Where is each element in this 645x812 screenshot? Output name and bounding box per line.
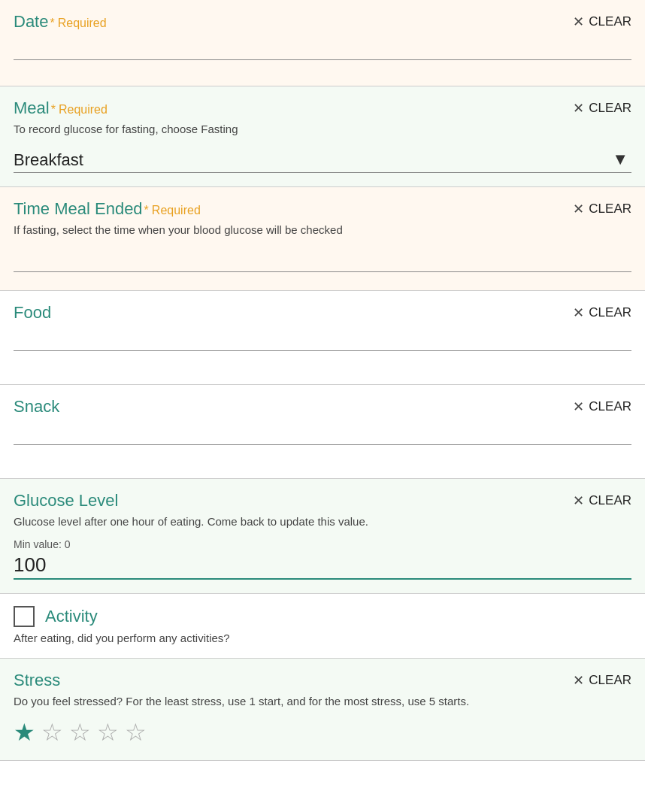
- date-required-label: Required: [58, 17, 107, 29]
- stress-star-2[interactable]: ☆: [41, 718, 63, 747]
- glucose-level-clear-x-icon: ✕: [573, 492, 584, 509]
- food-clear-button[interactable]: ✕ CLEAR: [573, 303, 631, 321]
- stress-clear-x-icon: ✕: [573, 672, 584, 689]
- glucose-level-title: Glucose Level: [14, 491, 118, 510]
- stress-star-4[interactable]: ☆: [97, 718, 119, 747]
- stress-title: Stress: [14, 671, 60, 689]
- food-input[interactable]: [14, 326, 631, 351]
- snack-clear-button[interactable]: ✕ CLEAR: [573, 397, 631, 415]
- stress-clear-label: CLEAR: [589, 673, 631, 688]
- meal-select[interactable]: Breakfast Lunch Dinner Snack Fasting: [14, 146, 631, 173]
- glucose-value-display: 100: [14, 553, 631, 577]
- time-meal-ended-header: Time Meal Ended*Required ✕ CLEAR: [14, 199, 631, 219]
- stress-star-5[interactable]: ☆: [125, 718, 147, 747]
- glucose-underline: [14, 578, 631, 580]
- activity-subtitle: After eating, did you perform any activi…: [14, 632, 631, 644]
- meal-clear-button[interactable]: ✕ CLEAR: [573, 98, 631, 117]
- glucose-level-clear-button[interactable]: ✕ CLEAR: [573, 491, 631, 509]
- snack-title-group: Snack: [14, 397, 59, 417]
- stress-header: Stress ✕ CLEAR: [14, 671, 631, 690]
- meal-title: Meal: [14, 98, 50, 117]
- glucose-level-section: Glucose Level ✕ CLEAR Glucose level afte…: [0, 479, 645, 594]
- stress-subtitle: Do you feel stressed? For the least stre…: [14, 693, 631, 709]
- stress-clear-button[interactable]: ✕ CLEAR: [573, 671, 631, 689]
- time-meal-ended-input-area[interactable]: [14, 247, 631, 277]
- meal-clear-label: CLEAR: [589, 101, 631, 116]
- time-meal-ended-title-group: Time Meal Ended*Required: [14, 199, 201, 219]
- time-meal-ended-required-star: *: [144, 204, 149, 217]
- food-input-area[interactable]: [14, 326, 631, 371]
- food-title-group: Food: [14, 303, 51, 323]
- date-clear-x-icon: ✕: [573, 14, 584, 30]
- date-title: Date: [14, 12, 48, 31]
- stress-section: Stress ✕ CLEAR Do you feel stressed? For…: [0, 659, 645, 761]
- time-meal-ended-title: Time Meal Ended: [14, 199, 143, 218]
- activity-checkbox[interactable]: [14, 606, 35, 627]
- glucose-level-clear-label: CLEAR: [589, 493, 631, 508]
- date-input-area[interactable]: [14, 35, 631, 72]
- stress-title-group: Stress: [14, 671, 60, 690]
- time-meal-ended-section: Time Meal Ended*Required ✕ CLEAR If fast…: [0, 187, 645, 291]
- time-meal-ended-required-label: Required: [152, 204, 201, 217]
- activity-title: Activity: [45, 607, 98, 626]
- snack-title: Snack: [14, 397, 59, 416]
- snack-clear-label: CLEAR: [589, 399, 631, 414]
- meal-clear-x-icon: ✕: [573, 100, 584, 117]
- meal-required-star: *: [51, 103, 56, 116]
- snack-header: Snack ✕ CLEAR: [14, 397, 631, 417]
- activity-checkbox-row: Activity: [14, 606, 631, 627]
- glucose-level-title-group: Glucose Level: [14, 491, 118, 511]
- meal-section: Meal*Required ✕ CLEAR To record glucose …: [0, 86, 645, 187]
- glucose-level-subtitle1: Glucose level after one hour of eating. …: [14, 514, 631, 529]
- time-meal-ended-input[interactable]: [14, 247, 631, 272]
- stress-star-1[interactable]: ★: [14, 718, 35, 747]
- snack-clear-x-icon: ✕: [573, 398, 584, 415]
- date-clear-button[interactable]: ✕ CLEAR: [573, 12, 631, 30]
- stress-stars-row: ★ ☆ ☆ ☆ ☆: [14, 718, 631, 747]
- meal-required-label: Required: [59, 103, 108, 116]
- meal-subtitle: To record glucose for fasting, choose Fa…: [14, 121, 631, 137]
- time-meal-ended-clear-label: CLEAR: [589, 201, 631, 217]
- food-title: Food: [14, 303, 51, 322]
- meal-header: Meal*Required ✕ CLEAR: [14, 98, 631, 118]
- date-input[interactable]: [14, 35, 631, 60]
- time-meal-ended-clear-button[interactable]: ✕ CLEAR: [573, 199, 631, 217]
- time-meal-ended-subtitle: If fasting, select the time when your bl…: [14, 222, 631, 238]
- glucose-level-header: Glucose Level ✕ CLEAR: [14, 491, 631, 511]
- activity-section: Activity After eating, did you perform a…: [0, 594, 645, 659]
- snack-input-area[interactable]: [14, 420, 631, 465]
- date-required-star: *: [50, 17, 54, 29]
- date-section: Date*Required ✕ CLEAR: [0, 0, 645, 86]
- date-header: Date*Required ✕ CLEAR: [14, 12, 631, 32]
- date-clear-label: CLEAR: [589, 14, 631, 29]
- food-section: Food ✕ CLEAR: [0, 291, 645, 385]
- meal-title-group: Meal*Required: [14, 98, 108, 118]
- food-header: Food ✕ CLEAR: [14, 303, 631, 323]
- food-clear-label: CLEAR: [589, 305, 631, 320]
- snack-section: Snack ✕ CLEAR: [0, 385, 645, 479]
- meal-select-wrapper: Breakfast Lunch Dinner Snack Fasting ▼: [14, 146, 631, 173]
- time-meal-ended-clear-x-icon: ✕: [573, 201, 584, 217]
- stress-star-3[interactable]: ☆: [69, 718, 91, 747]
- snack-input[interactable]: [14, 420, 631, 445]
- glucose-min-value: Min value: 0: [14, 538, 631, 550]
- food-clear-x-icon: ✕: [573, 304, 584, 321]
- date-title-group: Date*Required: [14, 12, 107, 32]
